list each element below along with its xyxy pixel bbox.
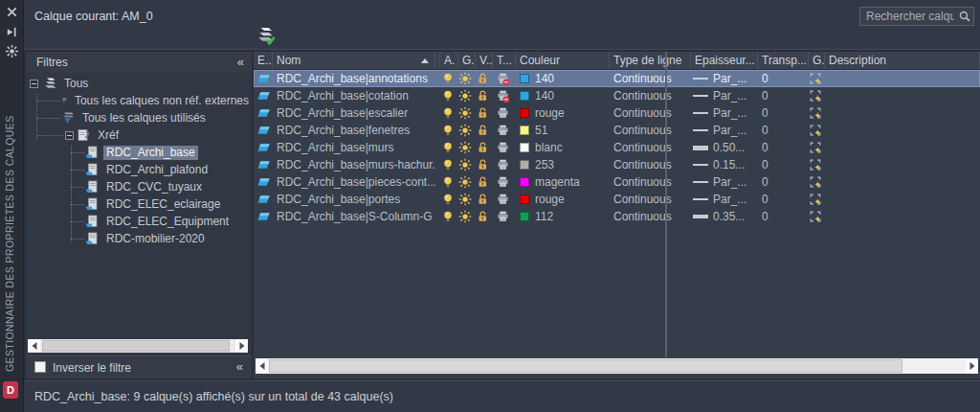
layer-description[interactable] bbox=[823, 70, 980, 87]
layer-color[interactable]: rouge bbox=[514, 191, 608, 208]
layer-lock-toggle[interactable] bbox=[474, 70, 491, 87]
column-header-freeze[interactable]: G. bbox=[458, 52, 476, 69]
layer-name[interactable]: RDC_Archi_base|cotation bbox=[273, 87, 435, 104]
properties-gear-icon[interactable] bbox=[5, 44, 19, 58]
layer-linetype[interactable]: Continuous bbox=[608, 104, 689, 122]
column-header-color[interactable]: Couleur bbox=[516, 52, 610, 69]
layer-linetype[interactable]: Continuous bbox=[608, 208, 689, 225]
scroll-right-button[interactable] bbox=[235, 339, 248, 353]
layer-description[interactable] bbox=[823, 191, 980, 208]
layer-no-plot-toggle[interactable] bbox=[491, 70, 514, 87]
layer-transparency[interactable]: 0 bbox=[756, 156, 807, 173]
scrollbar-thumb[interactable] bbox=[269, 359, 902, 373]
layer-linetype[interactable]: Continuous bbox=[608, 70, 689, 87]
layer-on-toggle[interactable] bbox=[438, 122, 457, 139]
collapse-minus-icon[interactable] bbox=[65, 131, 74, 140]
layer-transparency[interactable]: 0 bbox=[756, 173, 807, 191]
layer-lock-toggle[interactable] bbox=[474, 173, 491, 191]
layer-name[interactable]: RDC_Archi_base|annotations bbox=[273, 70, 435, 87]
layer-transparency[interactable]: 0 bbox=[756, 104, 807, 122]
layer-plot-toggle[interactable] bbox=[491, 173, 514, 191]
layer-plot-toggle[interactable] bbox=[491, 156, 514, 173]
layer-on-toggle[interactable] bbox=[438, 139, 457, 156]
collapse-filters-button[interactable]: « bbox=[237, 55, 244, 69]
layer-description[interactable] bbox=[823, 104, 980, 122]
collapse-minus-icon[interactable] bbox=[30, 80, 38, 88]
close-icon[interactable] bbox=[5, 5, 19, 19]
layer-description[interactable] bbox=[823, 156, 980, 173]
layer-transparency[interactable]: 0 bbox=[756, 191, 807, 208]
layer-lock-toggle[interactable] bbox=[474, 104, 491, 122]
layer-color[interactable]: 253 bbox=[514, 156, 608, 173]
layer-color[interactable]: 112 bbox=[514, 208, 608, 225]
column-header-vp-freeze[interactable]: G. bbox=[809, 52, 825, 69]
layer-on-toggle[interactable] bbox=[438, 156, 457, 173]
vp-freeze-icon[interactable] bbox=[807, 173, 823, 191]
layer-lock-toggle[interactable] bbox=[474, 139, 491, 156]
scroll-left-button[interactable] bbox=[28, 339, 40, 353]
layer-description[interactable] bbox=[823, 87, 980, 104]
layer-color[interactable]: rouge bbox=[514, 104, 608, 122]
layer-on-toggle[interactable] bbox=[438, 70, 457, 87]
layer-lineweight[interactable]: Par_... bbox=[689, 104, 756, 122]
layer-color[interactable]: 140 bbox=[514, 70, 608, 87]
layer-freeze-toggle[interactable] bbox=[457, 191, 474, 208]
vp-freeze-icon[interactable] bbox=[807, 104, 823, 122]
layer-name[interactable]: RDC_Archi_base|portes bbox=[273, 191, 435, 208]
layer-description[interactable] bbox=[823, 122, 980, 139]
filters-horizontal-scrollbar[interactable] bbox=[28, 339, 248, 353]
layer-color[interactable]: 140 bbox=[514, 87, 608, 104]
layer-on-toggle[interactable] bbox=[438, 87, 457, 104]
layer-lineweight[interactable]: 0.15... bbox=[689, 156, 756, 173]
layer-freeze-toggle[interactable] bbox=[457, 173, 474, 191]
layer-on-toggle[interactable] bbox=[438, 191, 457, 208]
layer-lock-toggle[interactable] bbox=[474, 122, 491, 139]
column-header-name[interactable]: Nom bbox=[273, 52, 435, 69]
tree-item-rdc-elec-eclairage[interactable]: RDC_ELEC_eclairage bbox=[26, 195, 252, 213]
layer-lock-toggle[interactable] bbox=[474, 208, 491, 225]
layer-name[interactable]: RDC_Archi_base|pieces-cont... bbox=[273, 173, 435, 191]
table-row[interactable]: RDC_Archi_base|murs-hachur... 253 Contin… bbox=[254, 156, 980, 173]
layer-linetype[interactable]: Continuous bbox=[608, 156, 689, 173]
grid-horizontal-scrollbar[interactable] bbox=[256, 358, 978, 374]
layer-plot-toggle[interactable] bbox=[491, 104, 514, 122]
layer-freeze-toggle[interactable] bbox=[457, 70, 474, 87]
tree-item-tous[interactable]: Tous bbox=[26, 75, 252, 92]
layer-transparency[interactable]: 0 bbox=[756, 122, 807, 139]
layer-lineweight[interactable]: Par_... bbox=[689, 87, 756, 104]
layer-name[interactable]: RDC_Archi_base|fenetres bbox=[273, 122, 435, 139]
column-header-status[interactable]: E.. bbox=[254, 52, 273, 69]
autohide-pin-icon[interactable] bbox=[5, 25, 19, 39]
layer-transparency[interactable]: 0 bbox=[756, 87, 807, 104]
layer-freeze-toggle[interactable] bbox=[457, 122, 474, 139]
layer-lock-toggle[interactable] bbox=[474, 156, 491, 173]
layer-description[interactable] bbox=[823, 139, 980, 156]
set-current-layer-icon[interactable] bbox=[255, 24, 278, 47]
layer-description[interactable] bbox=[823, 208, 980, 225]
column-header-transparency[interactable]: Transp... bbox=[758, 52, 809, 69]
column-header-on[interactable]: A. bbox=[440, 52, 458, 69]
search-icon[interactable] bbox=[958, 10, 971, 23]
layer-description[interactable] bbox=[823, 173, 980, 191]
tree-item-rdc-mobilier-2020[interactable]: RDC-mobilier-2020 bbox=[26, 230, 252, 247]
vp-freeze-icon[interactable] bbox=[807, 122, 823, 139]
layer-color[interactable]: magenta bbox=[514, 173, 608, 191]
layer-on-toggle[interactable] bbox=[438, 208, 457, 225]
column-header-lineweight[interactable]: Epaisseur... bbox=[691, 52, 758, 69]
tree-item-rdc-elec-equipment[interactable]: RDC_ELEC_Equipment bbox=[26, 213, 252, 230]
tree-item-xref[interactable]: Xréf bbox=[26, 126, 252, 144]
layer-transparency[interactable]: 0 bbox=[756, 70, 807, 87]
layer-lineweight[interactable]: 0.50... bbox=[689, 139, 756, 156]
layer-lineweight[interactable]: Par_... bbox=[689, 191, 756, 208]
layer-freeze-toggle[interactable] bbox=[457, 139, 474, 156]
search-input[interactable] bbox=[859, 7, 974, 26]
scroll-left-button[interactable] bbox=[256, 358, 268, 374]
layer-transparency[interactable]: 0 bbox=[756, 208, 807, 225]
layer-color[interactable]: blanc bbox=[514, 139, 608, 156]
vp-freeze-icon[interactable] bbox=[807, 70, 823, 87]
scrollbar-thumb[interactable] bbox=[42, 340, 230, 352]
layer-linetype[interactable]: Continuous bbox=[608, 139, 689, 156]
vp-freeze-icon[interactable] bbox=[807, 87, 823, 104]
layer-color[interactable]: 51 bbox=[514, 122, 608, 139]
layer-plot-toggle[interactable] bbox=[491, 191, 514, 208]
